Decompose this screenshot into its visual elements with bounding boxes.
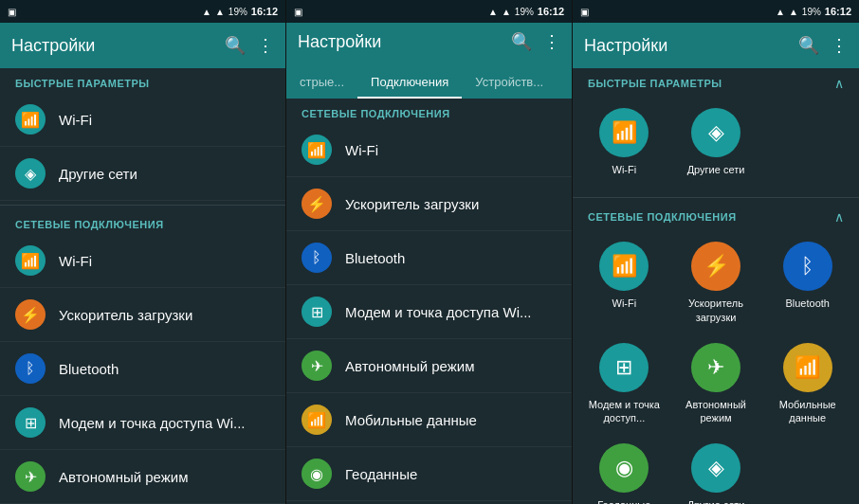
grid-item-bluetooth-right[interactable]: ᛒ Bluetooth xyxy=(763,234,851,332)
list-item[interactable]: ⊞ Модем и точка доступа Wi... xyxy=(0,396,285,450)
quick-grid-row: 📶 Wi-Fi ◈ Другие сети xyxy=(580,100,851,184)
list-item[interactable]: 📶 Wi-Fi xyxy=(286,123,572,177)
middle-panel: ▣ ▲ ▲ 19% 16:12 Настройки 🔍 ⋮ стрые... П… xyxy=(286,0,573,504)
divider xyxy=(0,205,285,206)
more-icon-mid[interactable]: ⋮ xyxy=(543,31,560,52)
list-item[interactable]: ◈ Другие сети xyxy=(0,147,285,201)
mid-scroll: СЕТЕВЫЕ ПОДКЛЮЧЕНИЯ 📶 Wi-Fi ⚡ Ускоритель… xyxy=(286,99,572,504)
grid-item-tether-net[interactable]: ⊞ Модем и точка доступ... xyxy=(580,335,668,433)
sim-icon-right: ▣ xyxy=(580,7,589,17)
airplane-icon-mid: ✈ xyxy=(302,351,332,381)
quick-grid: 📶 Wi-Fi ◈ Другие сети xyxy=(573,95,859,193)
quick-header-right: БЫСТРЫЕ ПАРАМЕТРЫ xyxy=(588,78,722,89)
net-header-mid: СЕТЕВЫЕ ПОДКЛЮЧЕНИЯ xyxy=(286,99,572,123)
grid-item-data-net[interactable]: 📶 Мобильные данные xyxy=(763,335,851,433)
airplane-grid-icon-net: ✈ xyxy=(691,343,740,392)
grid-label: Wi-Fi xyxy=(612,297,637,310)
more-icon-right[interactable]: ⋮ xyxy=(831,35,848,56)
time-left: 16:12 xyxy=(251,6,278,17)
time-right: 16:12 xyxy=(825,6,851,17)
search-icon-mid[interactable]: 🔍 xyxy=(511,31,532,52)
grid-item-boost-net[interactable]: ⚡ Ускоритель загрузки xyxy=(672,234,760,332)
item-label-bluetooth-mid: Bluetooth xyxy=(345,250,405,266)
status-left-icons: ▣ xyxy=(8,7,16,17)
status-right-mid: ▲ ▲ 19% 16:12 xyxy=(488,6,564,17)
wifi-grid-icon-net: 📶 xyxy=(599,242,649,291)
list-item[interactable]: ✈ Автономный режим xyxy=(286,339,572,393)
status-bar-mid: ▣ ▲ ▲ 19% 16:12 xyxy=(286,0,572,23)
more-icon-left[interactable]: ⋮ xyxy=(257,35,274,56)
sim-icon-mid: ▣ xyxy=(294,7,302,17)
grid-item-wifi-quick[interactable]: 📶 Wi-Fi xyxy=(580,100,668,184)
quick-header-row-right: БЫСТРЫЕ ПАРАМЕТРЫ ∧ xyxy=(573,68,859,95)
list-item-bluetooth-mid[interactable]: ᛒ Bluetooth xyxy=(286,231,572,285)
left-panel: ▣ ▲ ▲ 19% 16:12 Настройки 🔍 ⋮ БЫСТРЫЕ ПА… xyxy=(0,0,286,504)
grid-item-airplane-net[interactable]: ✈ Автономный режим xyxy=(672,335,760,433)
grid-item-wifi-net[interactable]: 📶 Wi-Fi xyxy=(580,234,668,332)
item-label: Геоданные xyxy=(345,466,417,482)
grid-item-othernet-net[interactable]: ◈ Другие сети xyxy=(672,436,760,504)
top-icons-left: 🔍 ⋮ xyxy=(225,35,274,56)
tabs-bar: стрые... Подключения Устройств... xyxy=(286,61,572,99)
grid-item-geo-net[interactable]: ◉ Геоданные xyxy=(580,436,668,504)
item-label: Ускоритель загрузки xyxy=(345,196,479,212)
data-icon-mid: 📶 xyxy=(302,405,332,435)
list-item[interactable]: ✈ Автономный режим xyxy=(0,450,285,504)
bluetooth-icon-mid: ᛒ xyxy=(302,243,332,273)
list-item[interactable]: 📶 Wi-Fi xyxy=(0,234,285,288)
right-panel: ▣ ▲ ▲ 19% 16:12 Настройки 🔍 ⋮ БЫСТРЫЕ ПА… xyxy=(573,0,859,504)
chevron-quick[interactable]: ∧ xyxy=(834,76,844,91)
grid-label: Wi-Fi xyxy=(612,163,637,176)
item-label: Модем и точка доступа Wi... xyxy=(345,304,532,320)
list-item[interactable]: ⚡ Ускоритель загрузки xyxy=(0,288,285,342)
top-icons-right: 🔍 ⋮ xyxy=(798,35,848,56)
grid-label: Модем и точка доступ... xyxy=(584,398,665,425)
status-bar-right: ▣ ▲ ▲ 19% 16:12 xyxy=(573,0,859,23)
list-item[interactable]: 📶 Мобильные данные xyxy=(286,393,572,447)
item-label: Модем и точка доступа Wi... xyxy=(59,415,246,431)
othernet-grid-icon-net: ◈ xyxy=(691,443,740,493)
list-item[interactable]: ◉ Геоданные xyxy=(286,447,572,501)
tether-grid-icon-net: ⊞ xyxy=(599,343,649,392)
boost-grid-icon-net: ⚡ xyxy=(691,242,740,291)
chevron-net[interactable]: ∧ xyxy=(834,209,844,225)
grid-label-bluetooth-right: Bluetooth xyxy=(785,297,829,310)
right-scroll: БЫСТРЫЕ ПАРАМЕТРЫ ∧ 📶 Wi-Fi ◈ Другие сет… xyxy=(573,68,859,504)
title-right: Настройки xyxy=(584,36,798,56)
item-label: Мобильные данные xyxy=(345,412,477,428)
tab-devices[interactable]: Устройств... xyxy=(462,67,557,99)
net-grid-row-2: ⊞ Модем и точка доступ... ✈ Автономный р… xyxy=(580,335,851,433)
status-left-mid: ▣ xyxy=(294,7,302,17)
status-bar-left: ▣ ▲ ▲ 19% 16:12 xyxy=(0,0,285,23)
grid-label: Автономный режим xyxy=(676,398,757,425)
wifi-icon: ▲ xyxy=(215,7,225,17)
search-icon-left[interactable]: 🔍 xyxy=(225,35,246,56)
other-net-icon-item: ◈ xyxy=(15,158,46,189)
item-label: Wi-Fi xyxy=(59,253,92,269)
battery-left: 19% xyxy=(228,7,247,17)
list-item-bluetooth-left[interactable]: ᛒ Bluetooth xyxy=(0,342,285,396)
item-label: Автономный режим xyxy=(59,469,188,485)
othernet-grid-icon-quick: ◈ xyxy=(691,108,740,157)
net-header-right: СЕТЕВЫЕ ПОДКЛЮЧЕНИЯ xyxy=(588,211,737,223)
boost-icon-item: ⚡ xyxy=(15,299,46,330)
item-label: Wi-Fi xyxy=(345,142,378,158)
divider-right xyxy=(573,197,859,198)
search-icon-right[interactable]: 🔍 xyxy=(798,35,819,56)
item-label: Wi-Fi xyxy=(59,112,92,128)
tab-connections[interactable]: Подключения xyxy=(357,67,462,99)
signal-icon-mid: ▲ xyxy=(488,7,498,17)
grid-label: Другие сети xyxy=(687,163,745,176)
list-item[interactable]: ⚡ Ускоритель загрузки xyxy=(286,177,572,231)
geo-grid-icon-net: ◉ xyxy=(599,443,649,493)
grid-item-othernet-quick[interactable]: ◈ Другие сети xyxy=(672,100,760,184)
top-bar-left: Настройки 🔍 ⋮ xyxy=(0,23,285,68)
net-grid: 📶 Wi-Fi ⚡ Ускоритель загрузки ᛒ Bluetoot… xyxy=(573,228,859,504)
battery-right: 19% xyxy=(802,7,821,17)
list-item[interactable]: ⊞ Модем и точка доступа Wi... xyxy=(286,285,572,339)
sim-icon: ▣ xyxy=(8,7,16,17)
status-right-icons: ▲ ▲ 19% 16:12 xyxy=(202,6,278,17)
list-item[interactable]: 📶 Wi-Fi xyxy=(0,93,285,147)
tab-quick[interactable]: стрые... xyxy=(286,67,357,99)
item-label: Другие сети xyxy=(59,166,137,182)
